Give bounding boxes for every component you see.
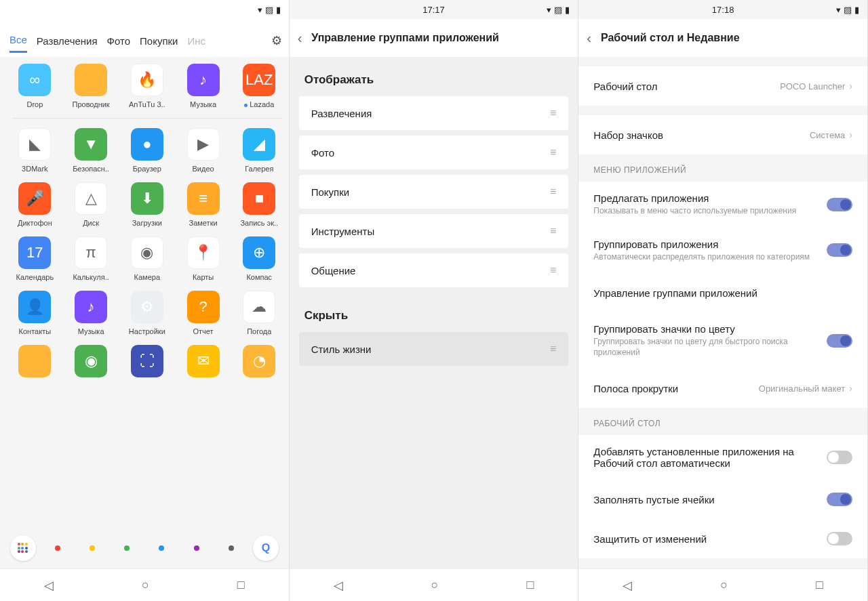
app-icon: 👤	[18, 291, 51, 323]
gear-icon[interactable]: ⚙	[271, 33, 282, 48]
recents-button[interactable]: □	[526, 578, 534, 592]
autoadd-toggle[interactable]	[827, 451, 852, 464]
app-antutu-3--[interactable]: 🔥AnTuTu 3..	[120, 64, 174, 108]
back-icon[interactable]: ‹	[298, 30, 302, 46]
iconset-item[interactable]: Набор значков Система ›	[578, 115, 867, 154]
groups-management-screen: 17:17 ▾ ▨ ▮ ‹ Управление группами прилож…	[290, 0, 579, 601]
app-браузер[interactable]: ●Браузер	[120, 128, 174, 173]
back-button[interactable]: ◁	[334, 578, 343, 593]
tab-tools[interactable]: Инс	[187, 30, 205, 52]
app-запись-эк--[interactable]: ■Запись эк..	[233, 182, 286, 227]
group-by-color-toggle[interactable]	[827, 334, 852, 348]
app-drop[interactable]: ∞Drop	[8, 64, 62, 108]
tab-entertainment[interactable]: Развлечения	[37, 30, 98, 52]
scrollbar-item[interactable]: Полоса прокрутки Оригинальный макет ›	[578, 369, 867, 408]
group-item[interactable]: Стиль жизни≡	[299, 332, 569, 366]
search-button[interactable]: Q	[253, 535, 279, 561]
back-button[interactable]: ◁	[623, 578, 632, 593]
suggest-apps-toggle[interactable]	[827, 198, 852, 211]
app-icon: 🔥	[131, 64, 163, 96]
app-музыка[interactable]: ♪Музыка	[64, 291, 118, 335]
app-icon[interactable]: ◔	[233, 345, 286, 381]
group-item[interactable]: Покупки≡	[299, 175, 569, 209]
app-icon: 🎤	[18, 182, 51, 215]
home-button[interactable]: ○	[142, 578, 149, 592]
group-apps-toggle[interactable]	[827, 243, 852, 257]
back-button[interactable]: ◁	[44, 578, 54, 593]
drag-handle-icon[interactable]: ≡	[550, 264, 556, 276]
battery-icon: ▮	[565, 5, 570, 15]
app-заметки[interactable]: ≡Заметки	[176, 182, 230, 227]
color-filter-dot[interactable]	[45, 535, 71, 561]
color-filter-dot[interactable]	[79, 535, 105, 561]
app-icon[interactable]: ✉	[176, 345, 230, 381]
group-item[interactable]: Общение≡	[299, 253, 569, 287]
app-видео[interactable]: ▶Видео	[176, 128, 230, 173]
app-калькуля--[interactable]: πКалькуля..	[64, 236, 118, 281]
chevron-right-icon: ›	[849, 129, 852, 140]
app-диктофон[interactable]: 🎤Диктофон	[8, 182, 62, 227]
home-button[interactable]: ○	[431, 578, 439, 592]
home-launcher-item[interactable]: Рабочий стол POCO Launcher ›	[578, 66, 867, 106]
app-погода[interactable]: ☁Погода	[233, 291, 286, 335]
drag-handle-icon[interactable]: ≡	[550, 107, 556, 119]
group-item[interactable]: Развлечения≡	[299, 96, 569, 130]
autoadd-item[interactable]: Добавлять установленные приложения на Ра…	[578, 435, 867, 480]
group-apps-item[interactable]: Группировать приложения Автоматически ра…	[578, 228, 867, 274]
fill-cells-toggle[interactable]	[827, 493, 852, 506]
app-календарь[interactable]: 17Календарь	[8, 236, 62, 281]
manage-groups-item[interactable]: Управление группами приложений	[578, 273, 867, 312]
app-label: Календарь	[16, 273, 54, 281]
tab-shopping[interactable]: Покупки	[140, 30, 178, 52]
suggest-apps-item[interactable]: Предлагать приложения Показывать в меню …	[578, 182, 867, 228]
drag-handle-icon[interactable]: ≡	[550, 343, 556, 355]
app-grid[interactable]: ∞DropПроводник🔥AnTuTu 3..♪МузыкаLAZLazad…	[0, 57, 289, 528]
app-карты[interactable]: 📍Карты	[176, 236, 230, 281]
app-музыка[interactable]: ♪Музыка	[176, 64, 230, 108]
lock-layout-item[interactable]: Защитить от изменений	[578, 519, 867, 558]
app-icon[interactable]: ◉	[64, 345, 118, 381]
app-безопасн--[interactable]: ▼Безопасн..	[64, 128, 118, 173]
lock-layout-toggle[interactable]	[827, 532, 852, 545]
app-3dmark[interactable]: ◣3DMark	[8, 128, 62, 173]
tab-all[interactable]: Все	[9, 28, 27, 53]
app-lazada[interactable]: LAZLazada	[233, 64, 286, 108]
group-item[interactable]: Фото≡	[299, 136, 569, 169]
app-icon: LAZ	[243, 64, 275, 96]
home-settings-screen: 17:18 ▾ ▨ ▮ ‹ Рабочий стол и Недавние Ра…	[578, 0, 868, 601]
statusbar: ▾ ▨ ▮	[0, 0, 289, 19]
app-контакты[interactable]: 👤Контакты	[8, 291, 62, 335]
tab-photo[interactable]: Фото	[107, 30, 130, 52]
app-галерея[interactable]: ◢Галерея	[233, 128, 286, 173]
drag-handle-icon[interactable]: ≡	[550, 225, 556, 237]
color-filter-dot[interactable]	[218, 535, 244, 561]
app-отчет[interactable]: ?Отчет	[176, 291, 230, 335]
app-камера[interactable]: ◉Камера	[120, 236, 174, 281]
recents-button[interactable]: □	[816, 578, 823, 592]
app-icon: ♪	[75, 291, 107, 323]
group-by-color-item[interactable]: Группировать значки по цвету Группироват…	[578, 312, 867, 369]
group-item[interactable]: Инструменты≡	[299, 214, 569, 248]
app-диск[interactable]: △Диск	[64, 182, 118, 227]
app-icon: ⚙	[131, 291, 163, 323]
fill-cells-item[interactable]: Заполнять пустые ячейки	[578, 480, 867, 519]
app-icon[interactable]: ⛶	[120, 345, 174, 381]
color-filter-dot[interactable]	[114, 535, 140, 561]
app-настройки[interactable]: ⚙Настройки	[120, 291, 174, 335]
color-filter-dot[interactable]	[149, 535, 174, 561]
all-colors-button[interactable]	[10, 535, 36, 561]
app-загрузки[interactable]: ⬇Загрузки	[120, 182, 174, 227]
color-filter-dot[interactable]	[184, 535, 210, 561]
app-label: Погода	[247, 327, 271, 335]
home-button[interactable]: ○	[720, 578, 728, 592]
app-icon: ▼	[75, 128, 107, 161]
drag-handle-icon[interactable]: ≡	[550, 146, 556, 159]
app-icon	[18, 345, 51, 377]
app-проводник[interactable]: Проводник	[64, 64, 118, 108]
app-icon[interactable]	[8, 345, 62, 381]
recents-button[interactable]: □	[237, 578, 245, 592]
app-компас[interactable]: ⊕Компас	[233, 236, 286, 281]
drag-handle-icon[interactable]: ≡	[550, 186, 556, 198]
app-label: Диктофон	[18, 219, 52, 227]
back-icon[interactable]: ‹	[587, 30, 591, 46]
